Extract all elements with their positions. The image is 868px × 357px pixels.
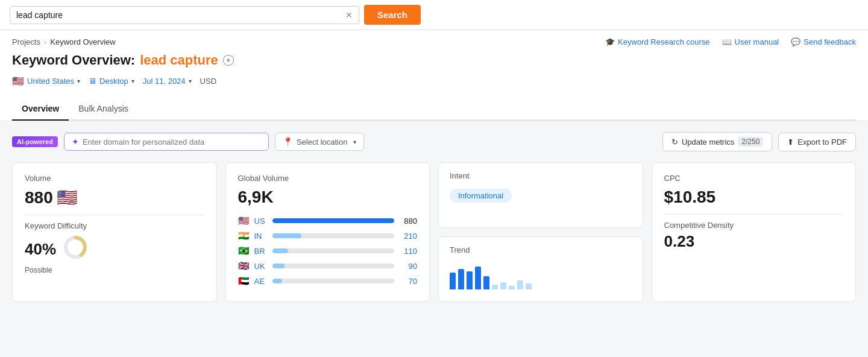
cpc-value: $10.85 xyxy=(664,188,844,207)
ae-bar-fill xyxy=(272,279,282,283)
device-label: Desktop xyxy=(99,77,128,86)
breadcrumb-separator: › xyxy=(44,37,46,46)
search-bar: ✕ Search xyxy=(0,0,868,30)
ai-badge: AI-powered xyxy=(12,136,58,147)
us-count: 880 xyxy=(399,216,417,226)
search-input-wrapper[interactable]: ✕ xyxy=(10,6,359,24)
book-icon: 📖 xyxy=(722,37,732,46)
country-label: United States xyxy=(27,77,74,86)
country-flag: 🇺🇸 xyxy=(12,75,24,87)
intent-card: Intent Informational xyxy=(438,162,643,228)
trend-bar xyxy=(483,276,489,289)
country-row-br: 🇧🇷 BR 110 xyxy=(238,245,418,256)
country-row-uk: 🇬🇧 UK 90 xyxy=(238,261,418,271)
br-flag: 🇧🇷 xyxy=(238,245,250,256)
intent-badge: Informational xyxy=(450,189,512,203)
in-bar-track xyxy=(272,233,395,238)
country-list: 🇺🇸 US 880 🇮🇳 IN 210 🇧🇷 BR 110 xyxy=(238,215,418,286)
sparkle-icon: ✦ xyxy=(72,137,79,147)
trend-bar xyxy=(509,286,515,289)
date-chevron-icon: ▾ xyxy=(189,78,192,84)
breadcrumb: Projects › Keyword Overview xyxy=(12,37,234,46)
export-label: Export to PDF xyxy=(797,137,847,147)
us-bar-track xyxy=(272,218,395,223)
page-header: Projects › Keyword Overview Keyword Over… xyxy=(0,30,868,121)
search-button[interactable]: Search xyxy=(364,5,421,25)
user-manual-link[interactable]: 📖 User manual xyxy=(722,37,779,46)
currency-label: USD xyxy=(200,77,216,86)
ae-count: 70 xyxy=(399,277,417,286)
location-label: Select location xyxy=(297,137,348,147)
uk-bar-fill xyxy=(272,264,285,268)
us-code: US xyxy=(254,216,268,226)
update-counter: 2/250 xyxy=(738,137,763,147)
feedback-icon: 💬 xyxy=(791,37,800,46)
send-feedback-link[interactable]: 💬 Send feedback xyxy=(791,37,856,46)
domain-input-field[interactable] xyxy=(83,137,261,147)
ai-row-right: ↻ Update metrics 2/250 ⬆ Export to PDF xyxy=(662,132,856,151)
keyword-course-link[interactable]: 🎓 Keyword Research course xyxy=(605,37,709,46)
global-volume-card: Global Volume 6,9K 🇺🇸 US 880 🇮🇳 IN 210 🇧… xyxy=(225,162,430,302)
us-flag: 🇺🇸 xyxy=(238,215,250,226)
location-icon: 📍 xyxy=(283,137,293,147)
us-bar-fill xyxy=(272,218,395,223)
country-row-us: 🇺🇸 US 880 xyxy=(238,215,418,226)
ai-domain-input[interactable]: ✦ xyxy=(64,133,269,151)
country-chevron-icon: ▾ xyxy=(77,78,80,84)
cards-grid: Volume 880 🇺🇸 Keyword Difficulty 40% Pos… xyxy=(12,162,856,302)
br-bar-fill xyxy=(272,248,288,253)
competitive-density-label: Competitive Density xyxy=(664,221,844,230)
difficulty-label: Keyword Difficulty xyxy=(25,221,204,230)
br-count: 110 xyxy=(399,247,417,256)
header-right-links: 🎓 Keyword Research course 📖 User manual … xyxy=(605,37,856,52)
date-filter[interactable]: Jul 11, 2024 ▾ xyxy=(143,77,192,86)
tab-overview[interactable]: Overview xyxy=(12,98,69,121)
intent-trend-col: Intent Informational Trend xyxy=(438,162,643,302)
add-keyword-icon[interactable]: + xyxy=(223,55,234,66)
refresh-icon: ↻ xyxy=(671,137,678,147)
update-metrics-label: Update metrics xyxy=(682,137,734,147)
date-label: Jul 11, 2024 xyxy=(143,77,186,86)
trend-bar xyxy=(475,267,481,289)
page-title-prefix: Keyword Overview: xyxy=(12,52,135,68)
search-input[interactable] xyxy=(16,10,342,20)
trend-bar xyxy=(500,282,506,289)
trend-bar xyxy=(517,280,523,289)
graduation-icon: 🎓 xyxy=(605,37,615,46)
device-filter[interactable]: 🖥 Desktop ▾ xyxy=(89,77,134,86)
ae-flag: 🇦🇪 xyxy=(238,276,250,286)
export-pdf-button[interactable]: ⬆ Export to PDF xyxy=(778,133,856,151)
in-code: IN xyxy=(254,232,268,241)
cpc-label: CPC xyxy=(664,174,844,183)
trend-bar xyxy=(526,283,532,289)
ae-code: AE xyxy=(254,277,268,286)
update-metrics-button[interactable]: ↻ Update metrics 2/250 xyxy=(662,132,772,151)
clear-icon[interactable]: ✕ xyxy=(345,10,353,20)
global-volume-label: Global Volume xyxy=(238,174,418,183)
trend-bar xyxy=(467,271,473,289)
trend-card: Trend xyxy=(438,236,643,302)
main-content: AI-powered ✦ 📍 Select location ▾ ↻ Updat… xyxy=(0,121,868,313)
cpc-divider xyxy=(664,214,844,215)
location-chevron-icon: ▾ xyxy=(353,139,356,145)
filter-row: 🇺🇸 United States ▾ 🖥 Desktop ▾ Jul 11, 2… xyxy=(12,75,234,87)
breadcrumb-current: Keyword Overview xyxy=(50,37,115,46)
tab-bulk-analysis[interactable]: Bulk Analysis xyxy=(69,98,137,121)
export-icon: ⬆ xyxy=(787,137,794,147)
location-select[interactable]: 📍 Select location ▾ xyxy=(275,133,365,151)
uk-flag: 🇬🇧 xyxy=(238,261,250,271)
trend-bar xyxy=(458,269,464,289)
br-code: BR xyxy=(254,247,268,256)
trend-bar xyxy=(492,285,498,289)
ai-options-row: AI-powered ✦ 📍 Select location ▾ ↻ Updat… xyxy=(12,132,856,151)
uk-code: UK xyxy=(254,262,268,271)
trend-label: Trend xyxy=(450,245,632,254)
device-icon: 🖥 xyxy=(89,77,96,86)
keyword-highlight: lead capture xyxy=(140,52,218,68)
country-filter[interactable]: 🇺🇸 United States ▾ xyxy=(12,75,80,87)
possible-label: Possible xyxy=(25,266,204,274)
breadcrumb-parent[interactable]: Projects xyxy=(12,37,40,46)
in-bar-fill xyxy=(272,233,302,238)
difficulty-value: 40% xyxy=(25,234,204,265)
ae-bar-track xyxy=(272,279,395,283)
